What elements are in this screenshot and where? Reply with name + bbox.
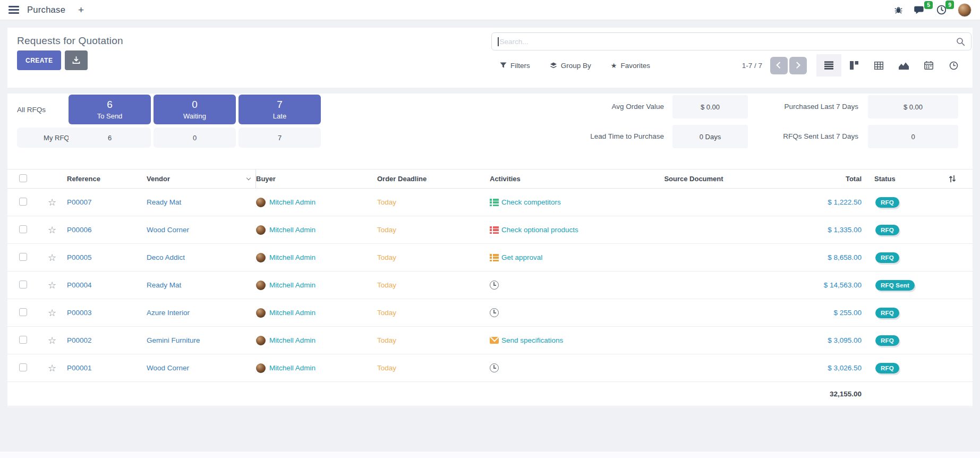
header-total[interactable]: Total — [777, 175, 868, 183]
buyer-cell[interactable]: Mitchell Admin — [256, 363, 377, 373]
table-row[interactable]: ☆ P00005 Deco Addict Mitchell Admin Toda… — [7, 244, 973, 272]
search-icon[interactable] — [956, 37, 965, 46]
header-order-deadline[interactable]: Order Deadline — [377, 175, 483, 183]
kpi-waiting[interactable]: 0 Waiting — [154, 95, 236, 124]
activity-label[interactable]: Send specifications — [501, 336, 563, 344]
activity-icon[interactable] — [490, 254, 499, 261]
pager-next-button[interactable] — [789, 57, 807, 74]
reference-link[interactable]: P00003 — [67, 309, 147, 317]
buyer-cell[interactable]: Mitchell Admin — [256, 198, 377, 207]
group-by-menu[interactable]: Group By — [550, 62, 591, 70]
header-reference[interactable]: Reference — [67, 175, 147, 183]
activity-label[interactable]: Check competitors — [501, 198, 561, 206]
star-icon[interactable]: ☆ — [37, 252, 67, 264]
header-activities[interactable]: Activities — [483, 175, 611, 183]
messages-icon[interactable]: 5 — [914, 5, 925, 15]
table-row[interactable]: ☆ P00006 Wood Corner Mitchell Admin Toda… — [7, 216, 973, 244]
reference-link[interactable]: P00004 — [67, 281, 147, 289]
purchased-last-7-days-tile[interactable]: $ 0.00 — [868, 95, 958, 118]
new-tab-icon[interactable]: + — [78, 5, 84, 15]
activity-label[interactable]: Get approval — [501, 253, 542, 261]
kpi-to-send[interactable]: 6 To Send — [69, 95, 151, 124]
table-row[interactable]: ☆ P00004 Ready Mat Mitchell Admin Today … — [7, 272, 973, 299]
view-activity-button[interactable] — [941, 54, 966, 77]
activity-icon[interactable] — [490, 199, 499, 206]
activity-clock-icon[interactable] — [490, 363, 499, 372]
header-buyer[interactable]: Buyer — [256, 175, 377, 183]
row-checkbox[interactable] — [19, 336, 27, 344]
table-row[interactable]: ☆ P00001 Wood Corner Mitchell Admin Toda… — [7, 354, 973, 382]
buyer-cell[interactable]: Mitchell Admin — [256, 308, 377, 318]
adjust-columns-icon[interactable] — [949, 175, 956, 183]
view-kanban-button[interactable] — [841, 54, 866, 77]
activities-clock-icon[interactable]: 9 — [936, 5, 947, 15]
import-records-button[interactable] — [65, 50, 88, 70]
my-waiting-tile[interactable]: 0 — [154, 128, 236, 148]
vendor-link[interactable]: Wood Corner — [147, 364, 256, 372]
row-checkbox[interactable] — [19, 363, 27, 371]
activity-clock-icon[interactable] — [490, 281, 499, 290]
apps-menu-icon[interactable] — [8, 6, 19, 14]
favorites-menu[interactable]: ★ Favorites — [611, 62, 650, 70]
star-icon[interactable]: ☆ — [37, 197, 67, 208]
star-icon[interactable]: ☆ — [37, 362, 67, 374]
activity-clock-icon[interactable] — [490, 308, 499, 317]
table-row[interactable]: ☆ P00007 Ready Mat Mitchell Admin Today … — [7, 189, 973, 216]
star-icon[interactable]: ☆ — [37, 307, 67, 319]
table-row[interactable]: ☆ P00002 Gemini Furniture Mitchell Admin… — [7, 327, 973, 354]
buyer-cell[interactable]: Mitchell Admin — [256, 225, 377, 235]
row-checkbox[interactable] — [19, 308, 27, 316]
reference-link[interactable]: P00006 — [67, 226, 147, 234]
my-late-tile[interactable]: 7 — [238, 128, 321, 148]
activity-cell[interactable] — [483, 308, 611, 317]
app-name[interactable]: Purchase — [27, 5, 65, 15]
select-all-checkbox[interactable] — [19, 174, 27, 182]
search-input[interactable] — [500, 38, 957, 46]
activity-cell[interactable]: Get approval — [483, 253, 611, 261]
pager-previous-button[interactable] — [770, 57, 788, 74]
activity-cell[interactable] — [483, 281, 611, 290]
vendor-link[interactable]: Azure Interior — [147, 309, 256, 317]
table-row[interactable]: ☆ P00003 Azure Interior Mitchell Admin T… — [7, 299, 973, 327]
header-vendor[interactable]: Vendor — [147, 169, 256, 188]
activity-cell[interactable]: Send specifications — [483, 336, 611, 344]
reference-link[interactable]: P00005 — [67, 253, 147, 261]
buyer-cell[interactable]: Mitchell Admin — [256, 336, 377, 345]
vendor-link[interactable]: Deco Addict — [147, 253, 256, 261]
buyer-cell[interactable]: Mitchell Admin — [256, 253, 377, 262]
debug-bug-icon[interactable] — [894, 5, 903, 14]
star-icon[interactable]: ☆ — [37, 335, 67, 346]
lead-time-tile[interactable]: 0 Days — [672, 125, 748, 148]
row-checkbox[interactable] — [19, 225, 27, 233]
star-icon[interactable]: ☆ — [37, 224, 67, 236]
rfqs-sent-last-7-days-tile[interactable]: 0 — [868, 125, 958, 148]
kpi-late[interactable]: 7 Late — [238, 95, 321, 124]
filters-menu[interactable]: Filters — [500, 62, 530, 70]
buyer-cell[interactable]: Mitchell Admin — [256, 281, 377, 290]
header-source-document[interactable]: Source Document — [611, 175, 777, 183]
view-pivot-button[interactable] — [866, 54, 891, 77]
star-icon[interactable]: ☆ — [37, 279, 67, 291]
activity-mail-icon[interactable] — [490, 337, 499, 344]
my-to-send-tile[interactable]: 6 — [69, 128, 151, 148]
row-checkbox[interactable] — [19, 281, 27, 289]
vendor-link[interactable]: Gemini Furniture — [147, 336, 256, 344]
activity-cell[interactable] — [483, 363, 611, 372]
vendor-link[interactable]: Ready Mat — [147, 198, 256, 206]
activity-label[interactable]: Check optional products — [501, 226, 578, 234]
vendor-link[interactable]: Wood Corner — [147, 226, 256, 234]
view-calendar-button[interactable] — [916, 54, 941, 77]
header-status[interactable]: Status — [868, 175, 932, 183]
activity-cell[interactable]: Check optional products — [483, 226, 611, 234]
row-checkbox[interactable] — [19, 198, 27, 206]
activity-icon[interactable] — [490, 226, 499, 234]
view-list-button[interactable] — [816, 54, 841, 77]
reference-link[interactable]: P00002 — [67, 336, 147, 344]
user-avatar[interactable] — [958, 3, 972, 17]
row-checkbox[interactable] — [19, 253, 27, 261]
activity-cell[interactable]: Check competitors — [483, 198, 611, 206]
create-button[interactable]: CREATE — [17, 50, 61, 70]
vendor-link[interactable]: Ready Mat — [147, 281, 256, 289]
avg-order-value-tile[interactable]: $ 0.00 — [672, 95, 748, 118]
view-graph-button[interactable] — [891, 54, 916, 77]
